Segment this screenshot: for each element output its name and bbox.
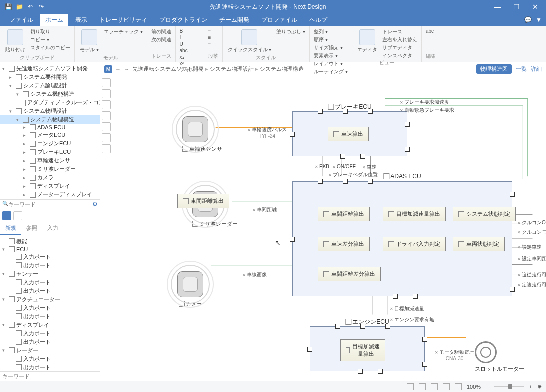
ribbon-btn-7-0[interactable]: エディタ	[356, 28, 378, 54]
zoom-out-button[interactable]: −	[486, 384, 489, 390]
actuator-throttle[interactable]: スロットルモーター	[475, 341, 524, 373]
palette-filter-input[interactable]	[2, 373, 98, 379]
port[interactable]	[405, 147, 410, 152]
ribbon-btn-3-2[interactable]: U	[180, 41, 188, 47]
port[interactable]	[360, 324, 365, 329]
port[interactable]	[405, 122, 410, 127]
expander-icon[interactable]: ▾	[2, 322, 7, 327]
feedback-icon[interactable]: 💬	[524, 16, 532, 23]
ribbon-btn-2-0[interactable]: 前の関連	[151, 28, 171, 35]
undo-icon[interactable]: ↶	[26, 3, 34, 11]
expander-icon[interactable]: ▾	[16, 117, 21, 122]
function-block[interactable]: 車速差分算出	[318, 237, 370, 251]
palette-tree-node-8[interactable]: 入力ポート	[0, 304, 100, 312]
expander-icon[interactable]: ▸	[23, 158, 28, 163]
port[interactable]	[340, 154, 345, 159]
ecu-adas[interactable]: ADAS ECU車間距離算出目標加減速量算出システム状態判定車速差分算出ドライバ…	[292, 181, 512, 296]
model-tree-node-2[interactable]: ▾システム論理設計	[0, 81, 100, 90]
model-tree-node-15[interactable]: ▸メーターディスプレイ	[0, 190, 100, 199]
palette-tree-node-6[interactable]: 出力ポート	[0, 287, 100, 295]
palette-tree-node-11[interactable]: 入力ポート	[0, 329, 100, 338]
maximize-button[interactable]: ☐	[510, 3, 523, 11]
function-block[interactable]: 車速算出	[328, 127, 369, 141]
menu-tab-0[interactable]: ファイル	[4, 14, 38, 26]
model-tree-node-7[interactable]: ▸ADAS ECU	[0, 124, 100, 131]
port[interactable]	[510, 192, 515, 197]
zoom-slider[interactable]	[494, 386, 524, 387]
ribbon-btn-3-4[interactable]: x₂	[180, 54, 188, 60]
ribbon-btn-7-3[interactable]: サブエディタ	[382, 44, 417, 51]
breadcrumb-0[interactable]: 先進運転システムソフト開発	[132, 66, 204, 72]
expander-icon[interactable]: ▾	[9, 109, 14, 114]
menu-tab-6[interactable]: プロファイル	[256, 14, 302, 26]
port[interactable]	[358, 369, 363, 374]
model-tree-node-4[interactable]: アダプティブ・クルーズ・コントロール	[0, 98, 100, 107]
palette-tree-node-2[interactable]: 入力ポート	[0, 253, 100, 261]
port[interactable]	[413, 294, 418, 299]
palette-tree-node-5[interactable]: 入力ポート	[0, 278, 100, 287]
ribbon-btn-6-2[interactable]: サイズ揃え ▾	[314, 44, 348, 51]
port[interactable]	[422, 337, 427, 342]
ribbon-btn-6-3[interactable]: 要素表示 ▾	[314, 52, 348, 59]
ribbon-btn-7-4[interactable]: インスペクタ	[382, 52, 417, 59]
tool-pan[interactable]	[102, 89, 111, 98]
port[interactable]	[343, 179, 348, 184]
port[interactable]	[343, 109, 348, 114]
menu-tab-3[interactable]: トレーサビリティ	[94, 14, 152, 26]
close-button[interactable]: ✕	[529, 3, 542, 11]
model-tree-node-8[interactable]: ▸メータECU	[0, 131, 100, 139]
palette-tab-0[interactable]: 新規	[0, 222, 21, 235]
ribbon-btn-1-1[interactable]: エラーチェック ▾	[104, 28, 143, 35]
expander-icon[interactable]: ▸	[23, 125, 28, 130]
palette-tree-node-0[interactable]: 機能	[0, 237, 100, 246]
palette-tree-node-12[interactable]: 出力ポート	[0, 338, 100, 346]
model-tree-node-5[interactable]: ▾システム物理設計	[0, 107, 100, 115]
menu-tab-1[interactable]: ホーム	[40, 14, 68, 26]
menu-tab-5[interactable]: チーム開発	[214, 14, 254, 26]
palette-tree-node-14[interactable]: 入力ポート	[0, 355, 100, 363]
view-type-badge[interactable]: 物理構造図	[476, 64, 512, 74]
ribbon-btn-6-0[interactable]: 整列 ▾	[314, 28, 348, 35]
expander-icon[interactable]: ▾	[2, 66, 7, 71]
model-tree-node-1[interactable]: ▸システム要件開発	[0, 73, 100, 81]
breadcrumb-1[interactable]: システム物理設計	[210, 66, 254, 72]
palette-icon[interactable]	[2, 211, 11, 220]
port[interactable]	[422, 362, 427, 367]
port[interactable]	[385, 324, 390, 329]
expander-icon[interactable]: ▸	[23, 150, 28, 155]
function-block[interactable]: 車両状態判定	[453, 237, 505, 251]
zoom-in-button[interactable]: +	[529, 384, 532, 390]
list-view-link[interactable]: 一覧	[516, 65, 527, 73]
palette-tree-node-7[interactable]: ▾アクチュエーター	[0, 295, 100, 304]
ribbon-btn-4-1[interactable]: ≡	[208, 35, 211, 40]
sensor-camera[interactable]: カメラ	[177, 271, 203, 308]
view-mode-4-icon[interactable]	[443, 383, 450, 390]
tool-connector[interactable]	[102, 111, 111, 120]
nav-forward-button[interactable]: →	[124, 66, 129, 72]
ribbon-btn-5-0[interactable]: クイックスタイル ▾	[227, 28, 273, 54]
model-tree-node-0[interactable]: ▾先進運転システムソフト開発	[0, 64, 100, 73]
ribbon-btn-0-1[interactable]: 切り取り	[30, 28, 70, 35]
palette-tree[interactable]: 機能▾ECU入力ポート出力ポート▾センサー入力ポート出力ポート▾アクチュエーター…	[0, 235, 100, 372]
model-tree-node-3[interactable]: ▾システム機能構造	[0, 90, 100, 98]
ribbon-btn-0-3[interactable]: スタイルのコピー	[30, 44, 70, 51]
view-mode-5-icon[interactable]	[455, 383, 462, 390]
expander-icon[interactable]: ▾	[2, 297, 7, 302]
ecu-engine[interactable]: エンジンECU目標加減速量算出	[310, 326, 425, 371]
model-tree-node-11[interactable]: ▸車輪速センサ	[0, 156, 100, 165]
nav-back-button[interactable]: ←	[115, 66, 121, 72]
ribbon-btn-3-1[interactable]: I	[180, 35, 188, 40]
ribbon-btn-4-0[interactable]: ≡	[208, 28, 211, 34]
view-mode-3-icon[interactable]	[431, 383, 438, 390]
ribbon-btn-2-1[interactable]: 次の関連	[151, 36, 171, 43]
ribbon-btn-3-0[interactable]: B	[180, 28, 188, 34]
port[interactable]	[318, 179, 323, 184]
diagram-canvas[interactable]: 車輪速センサミリ波レーダー車間距離算出カメラブレーキECU車速算出ADAS EC…	[112, 76, 546, 381]
ribbon-btn-1-0[interactable]: モデル ▾	[79, 28, 100, 54]
port[interactable]	[368, 109, 373, 114]
fit-button[interactable]: ⊕	[537, 383, 542, 390]
model-tree-node-13[interactable]: ▸カメラ	[0, 173, 100, 182]
expander-icon[interactable]: ▸	[23, 133, 28, 138]
model-tree-node-6[interactable]: ▾システム物理構造	[0, 115, 100, 124]
filter-options-icon[interactable]: ⚙	[92, 201, 98, 208]
